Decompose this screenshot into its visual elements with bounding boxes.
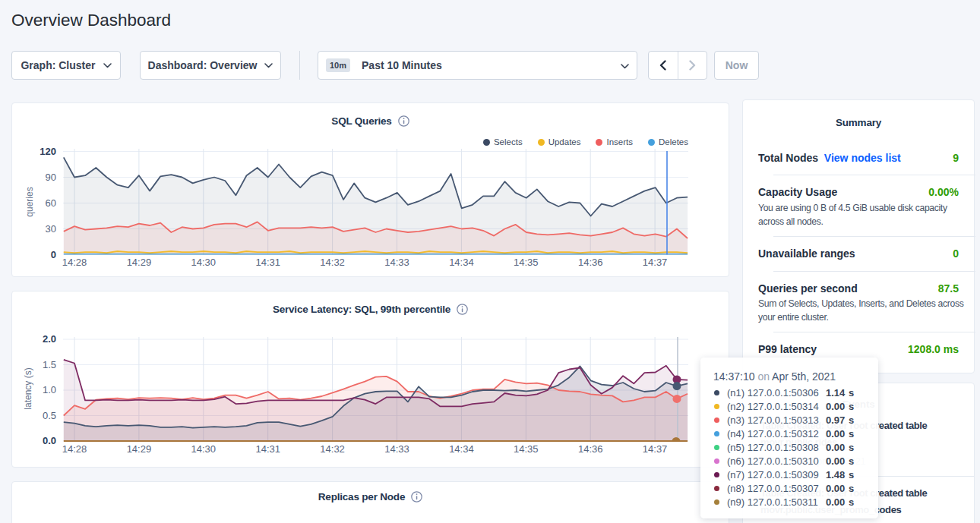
svg-text:14:36: 14:36 bbox=[578, 257, 603, 268]
svg-text:1.5: 1.5 bbox=[43, 359, 56, 370]
svg-text:14:34: 14:34 bbox=[449, 257, 474, 268]
svg-text:0.0: 0.0 bbox=[43, 435, 56, 446]
svg-text:0.5: 0.5 bbox=[43, 410, 56, 421]
svg-text:14:33: 14:33 bbox=[384, 257, 409, 268]
svg-text:14:37: 14:37 bbox=[643, 257, 668, 268]
svg-text:14:35: 14:35 bbox=[514, 257, 539, 268]
svg-text:0: 0 bbox=[51, 249, 56, 260]
svg-text:14:30: 14:30 bbox=[191, 257, 217, 268]
svg-text:14:33: 14:33 bbox=[384, 443, 409, 455]
svg-text:14:31: 14:31 bbox=[255, 443, 280, 455]
svg-text:1.0: 1.0 bbox=[43, 384, 56, 395]
svg-text:queries: queries bbox=[24, 187, 35, 216]
svg-text:14:34: 14:34 bbox=[449, 443, 474, 455]
svg-text:14:29: 14:29 bbox=[127, 257, 152, 268]
svg-text:14:31: 14:31 bbox=[255, 257, 280, 268]
svg-text:90: 90 bbox=[46, 172, 56, 183]
svg-text:14:36: 14:36 bbox=[578, 443, 603, 455]
svg-text:14:30: 14:30 bbox=[191, 443, 217, 455]
svg-text:60: 60 bbox=[46, 197, 56, 209]
svg-text:latency (s): latency (s) bbox=[23, 367, 33, 409]
svg-text:14:28: 14:28 bbox=[62, 443, 87, 455]
svg-text:14:29: 14:29 bbox=[127, 443, 152, 455]
svg-text:2.0: 2.0 bbox=[43, 333, 56, 345]
svg-text:30: 30 bbox=[46, 223, 56, 235]
svg-text:14:28: 14:28 bbox=[62, 257, 87, 268]
svg-text:14:37: 14:37 bbox=[643, 443, 668, 455]
svg-text:120: 120 bbox=[40, 146, 56, 157]
svg-text:14:32: 14:32 bbox=[320, 257, 345, 268]
svg-text:14:32: 14:32 bbox=[320, 443, 345, 455]
svg-text:14:35: 14:35 bbox=[514, 443, 539, 455]
